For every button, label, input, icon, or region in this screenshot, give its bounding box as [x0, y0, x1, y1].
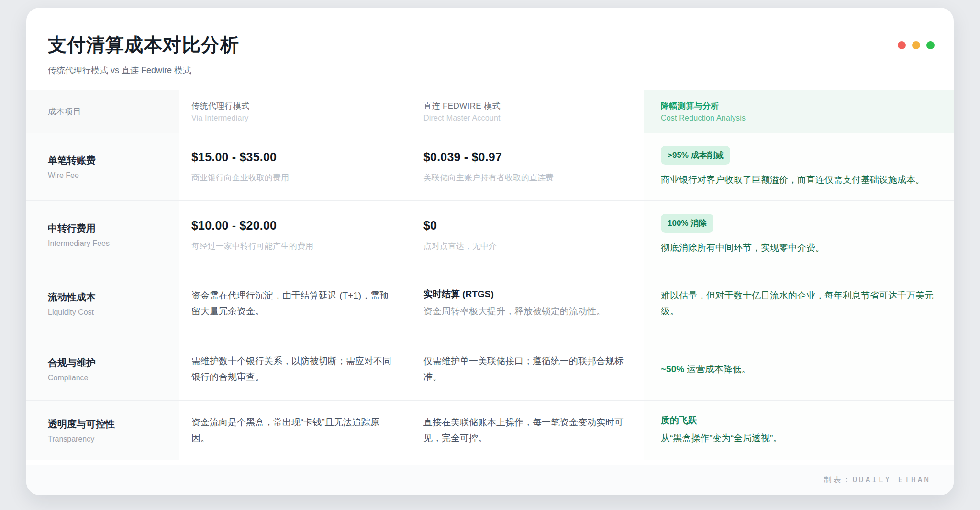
window-close-icon: [898, 41, 906, 49]
analysis-text: 商业银行对客户收取了巨额溢价，而直连仅需支付基础设施成本。: [661, 172, 935, 188]
analysis-text: 从“黑盒操作”变为“全局透视”。: [661, 431, 935, 446]
column-header-label: 直连 FEDWIRE 模式: [423, 100, 627, 111]
cell-analysis-intermediary-fees: 100% 消除 彻底消除所有中间环节，实现零中介费。: [644, 200, 954, 269]
cell-traditional-compliance: 需维护数十个银行关系，以防被切断；需应对不同银行的合规审查。: [179, 338, 412, 400]
cell-fedwire-compliance: 仅需维护单一美联储接口；遵循统一的联邦合规标准。: [412, 338, 644, 400]
analysis-emphasis: ~50%: [661, 364, 684, 374]
cell-item-transparency: 透明度与可控性 Transparency: [26, 400, 179, 460]
row-title: 透明度与可控性: [48, 418, 163, 431]
row-title: 中转行费用: [48, 222, 163, 235]
cell-item-intermediary-fees: 中转行费用 Intermediary Fees: [26, 200, 179, 269]
price-value: $10.00 - $20.00: [191, 219, 395, 233]
row-subtitle: Transparency: [48, 435, 163, 443]
cell-text: 资金流向是个黑盒，常出现“卡钱”且无法追踪原因。: [191, 415, 395, 446]
cell-traditional-intermediary-fees: $10.00 - $20.00 每经过一家中转行可能产生的费用: [179, 200, 412, 269]
cell-item-wire-fee: 单笔转账费 Wire Fee: [26, 133, 179, 200]
cell-traditional-wire-fee: $15.00 - $35.00 商业银行向企业收取的费用: [179, 133, 412, 200]
card-header: 支付清算成本对比分析 传统代理行模式 vs 直连 Fedwire 模式: [26, 8, 954, 76]
cell-fedwire-intermediary-fees: $0 点对点直达，无中介: [412, 200, 644, 269]
price-value: $15.00 - $35.00: [191, 150, 395, 164]
comparison-card: 支付清算成本对比分析 传统代理行模式 vs 直连 Fedwire 模式 成本项目…: [26, 8, 954, 495]
reduction-badge: 100% 消除: [661, 214, 713, 233]
price-note: 每经过一家中转行可能产生的费用: [191, 241, 395, 252]
row-subtitle: Liquidity Cost: [48, 308, 163, 317]
page-subtitle: 传统代理行模式 vs 直连 Fedwire 模式: [48, 65, 931, 76]
row-title: 合规与维护: [48, 356, 163, 369]
cell-fedwire-transparency: 直接在美联储账本上操作，每一笔资金变动实时可见，完全可控。: [412, 400, 644, 460]
cell-item-liquidity-cost: 流动性成本 Liquidity Cost: [26, 269, 179, 338]
row-title: 流动性成本: [48, 291, 163, 304]
column-header-analysis: 降幅测算与分析 Cost Reduction Analysis: [644, 90, 954, 133]
cell-item-compliance: 合规与维护 Compliance: [26, 338, 179, 400]
price-note: 美联储向主账户持有者收取的直连费: [423, 172, 627, 183]
analysis-title: 质的飞跃: [661, 414, 935, 427]
credit-text: 制表：ODAILY ETHAN: [824, 475, 931, 485]
analysis-text: 难以估量，但对于数十亿日流水的企业，每年利息节省可达千万美元级。: [661, 288, 935, 319]
column-header-sublabel: Direct Master Account: [423, 114, 627, 122]
cell-text: 需维护数十个银行关系，以防被切断；需应对不同银行的合规审查。: [191, 354, 395, 385]
cell-analysis-wire-fee: >95% 成本削减 商业银行对客户收取了巨额溢价，而直连仅需支付基础设施成本。: [644, 133, 954, 200]
price-value: $0.039 - $0.97: [423, 150, 627, 164]
row-subtitle: Intermediary Fees: [48, 239, 163, 248]
cell-traditional-liquidity-cost: 资金需在代理行沉淀，由于结算延迟 (T+1)，需预留大量冗余资金。: [179, 269, 412, 338]
column-header-sublabel: Cost Reduction Analysis: [661, 114, 935, 122]
cell-text: 资金需在代理行沉淀，由于结算延迟 (T+1)，需预留大量冗余资金。: [191, 288, 395, 319]
cell-text: 直接在美联储账本上操作，每一笔资金变动实时可见，完全可控。: [423, 415, 627, 446]
row-subtitle: Compliance: [48, 374, 163, 382]
cell-text: 仅需维护单一美联储接口；遵循统一的联邦合规标准。: [423, 354, 627, 385]
reduction-badge: >95% 成本削减: [661, 146, 730, 165]
cell-analysis-transparency: 质的飞跃 从“黑盒操作”变为“全局透视”。: [644, 400, 954, 460]
column-header-label: 成本项目: [48, 106, 163, 117]
cell-traditional-transparency: 资金流向是个黑盒，常出现“卡钱”且无法追踪原因。: [179, 400, 412, 460]
column-header-cost-item: 成本项目: [26, 90, 179, 133]
card-footer: 制表：ODAILY ETHAN: [26, 465, 954, 495]
comparison-table: 成本项目 传统代理行模式 Via Intermediary 直连 FEDWIRE…: [26, 90, 954, 460]
column-header-traditional: 传统代理行模式 Via Intermediary: [179, 90, 412, 133]
cell-highlight-title: 实时结算 (RTGS): [423, 288, 627, 300]
column-header-sublabel: Via Intermediary: [191, 114, 395, 122]
row-subtitle: Wire Fee: [48, 171, 163, 180]
window-maximize-icon: [926, 41, 935, 49]
price-value: $0: [423, 219, 627, 233]
price-note: 点对点直达，无中介: [423, 241, 627, 252]
column-header-label: 传统代理行模式: [191, 100, 395, 111]
window-minimize-icon: [912, 41, 920, 49]
row-title: 单笔转账费: [48, 154, 163, 167]
column-header-fedwire: 直连 FEDWIRE 模式 Direct Master Account: [412, 90, 644, 133]
analysis-text: 彻底消除所有中间环节，实现零中介费。: [661, 240, 935, 255]
cell-analysis-liquidity-cost: 难以估量，但对于数十亿日流水的企业，每年利息节省可达千万美元级。: [644, 269, 954, 338]
page-background: 支付清算成本对比分析 传统代理行模式 vs 直连 Fedwire 模式 成本项目…: [0, 0, 980, 510]
price-note: 商业银行向企业收取的费用: [191, 172, 395, 183]
cell-fedwire-liquidity-cost: 实时结算 (RTGS) 资金周转率极大提升，释放被锁定的流动性。: [412, 269, 644, 338]
analysis-text: ~50% 运营成本降低。: [661, 362, 935, 377]
column-header-label: 降幅测算与分析: [661, 100, 935, 111]
page-title: 支付清算成本对比分析: [48, 34, 931, 55]
cell-fedwire-wire-fee: $0.039 - $0.97 美联储向主账户持有者收取的直连费: [412, 133, 644, 200]
window-controls: [898, 41, 935, 49]
cell-text: 资金周转率极大提升，释放被锁定的流动性。: [423, 304, 627, 319]
cell-analysis-compliance: ~50% 运营成本降低。: [644, 338, 954, 400]
analysis-text-rest: 运营成本降低。: [684, 364, 750, 374]
